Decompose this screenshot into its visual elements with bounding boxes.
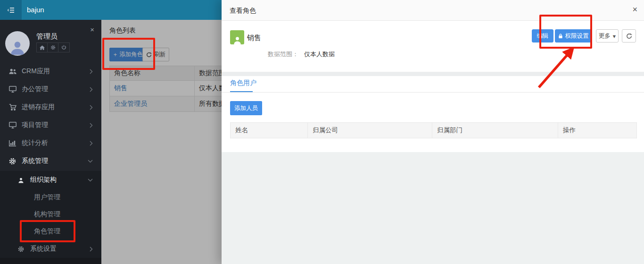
sidebar-footer [0, 258, 101, 264]
modal-header: 查看角色 × [222, 0, 644, 21]
sidebar-item-label: 项目管理 [22, 121, 90, 129]
system-mgmt-submenu: 组织架构 用户管理 机构管理 角色管理 系统设置 [0, 171, 101, 258]
sidebar-item-label: 进销存应用 [22, 103, 90, 111]
sidebar-collapse-button[interactable] [0, 0, 22, 20]
gear-icon [17, 246, 25, 252]
sidebar-menu: CRM应用 办公管理 进销存应用 [0, 62, 101, 170]
column-header: 归属公司 [308, 123, 432, 138]
chevron-right-icon [90, 123, 93, 128]
sidebar-item-office[interactable]: 办公管理 [0, 80, 101, 98]
topbar: bajun [0, 0, 222, 20]
column-header: 归属部门 [432, 123, 558, 138]
sidebar-item-label: CRM应用 [22, 67, 90, 76]
home-icon[interactable] [37, 43, 48, 52]
sidebar-item-label: 组织架构 [30, 176, 88, 184]
role-name: 销售 [247, 34, 261, 43]
add-personnel-button-label: 添加人员 [234, 104, 258, 112]
tab-role-users[interactable]: 角色用户 [230, 79, 256, 87]
view-role-modal: 查看角色 × 销售 数据范围： 仅本人数据 编辑 权限设置 更多 ▾ 角色用户 … [222, 0, 644, 264]
plus-icon: + [114, 51, 117, 58]
sidebar-item-label: 用户管理 [34, 193, 60, 202]
sidebar-item-org-mgmt[interactable]: 机构管理 [0, 206, 101, 223]
refresh-button-label: 刷新 [154, 51, 166, 59]
users-icon [8, 68, 17, 75]
chevron-right-icon [90, 105, 93, 110]
power-icon[interactable] [58, 43, 69, 52]
gear-icon [8, 158, 17, 165]
sidebar-item-inventory[interactable]: 进销存应用 [0, 98, 101, 116]
modal-background-area [222, 152, 644, 264]
avatar [5, 31, 30, 56]
collapse-icon [7, 7, 15, 13]
table-header-row: 姓名 归属公司 归属部门 操作 [231, 123, 637, 138]
person-icon [233, 36, 242, 44]
edit-button-label: 编辑 [537, 32, 549, 40]
column-header: 姓名 [231, 123, 308, 138]
tab-divider [222, 92, 644, 93]
chevron-right-icon [90, 141, 93, 146]
sidebar-item-org-structure[interactable]: 组织架构 [0, 171, 101, 189]
sidebar-item-label: 统计分析 [22, 139, 90, 147]
person-icon [9, 40, 25, 55]
caret-down-icon: ▾ [613, 33, 616, 40]
add-personnel-button[interactable]: 添加人员 [230, 101, 262, 115]
permission-button-label: 权限设置 [565, 32, 589, 40]
sidebar-item-system-settings[interactable]: 系统设置 [0, 240, 101, 258]
sidebar-item-label: 机构管理 [34, 210, 60, 219]
add-role-button[interactable]: + 添加角色 [109, 48, 147, 61]
sidebar: × 管理员 CRM应用 [0, 20, 101, 264]
sidebar-item-label: 办公管理 [22, 85, 90, 94]
sidebar-item-projects[interactable]: 项目管理 [0, 116, 101, 134]
sidebar-item-crm[interactable]: CRM应用 [0, 62, 101, 80]
user-name: 管理员 [36, 32, 58, 41]
role-users-table: 姓名 归属公司 归属部门 操作 [230, 122, 637, 138]
chevron-right-icon [90, 87, 93, 92]
role-link-admin[interactable]: 企业管理员 [114, 100, 147, 107]
gear-icon[interactable] [48, 43, 58, 52]
chevron-right-icon [90, 247, 93, 252]
sidebar-item-user-mgmt[interactable]: 用户管理 [0, 189, 101, 206]
sidebar-item-label: 角色管理 [34, 227, 60, 236]
refresh-icon [626, 33, 632, 39]
modal-refresh-button[interactable] [622, 29, 636, 43]
column-header: 角色名称 [110, 66, 195, 81]
more-button-label: 更多 [599, 32, 611, 40]
close-icon[interactable]: × [632, 5, 637, 14]
scope-value: 仅本人数据 [304, 50, 335, 59]
cart-icon [8, 104, 17, 111]
chevron-down-icon [88, 160, 93, 163]
user-iconbar [36, 43, 70, 52]
sidebar-item-statistics[interactable]: 统计分析 [0, 134, 101, 152]
app-title: bajun [27, 0, 44, 20]
section-divider [222, 72, 644, 76]
modal-title: 查看角色 [230, 0, 256, 21]
scope-label: 数据范围： [268, 50, 298, 59]
sidebar-item-label: 系统设置 [30, 245, 90, 253]
person-icon [17, 177, 25, 183]
chevron-right-icon [90, 69, 93, 74]
desktop-icon [8, 122, 17, 128]
user-panel-close-icon[interactable]: × [90, 26, 94, 33]
chevron-down-icon [88, 179, 93, 182]
column-header: 操作 [558, 123, 637, 138]
more-button[interactable]: 更多 ▾ [596, 29, 619, 43]
desktop-icon [8, 86, 17, 93]
panel-title: 角色列表 [109, 26, 136, 35]
bar-chart-icon [8, 140, 17, 146]
lock-icon [558, 33, 563, 39]
edit-button[interactable]: 编辑 [532, 29, 553, 43]
role-link-sales[interactable]: 销售 [114, 84, 127, 92]
permission-settings-button[interactable]: 权限设置 [555, 29, 592, 43]
refresh-button[interactable]: 刷新 [142, 48, 169, 61]
sidebar-item-system-mgmt[interactable]: 系统管理 [0, 152, 101, 170]
role-badge [230, 30, 244, 44]
refresh-icon [146, 52, 152, 58]
add-role-button-label: 添加角色 [119, 51, 143, 59]
sidebar-item-label: 系统管理 [22, 157, 88, 165]
sidebar-item-role-mgmt[interactable]: 角色管理 [0, 223, 101, 240]
